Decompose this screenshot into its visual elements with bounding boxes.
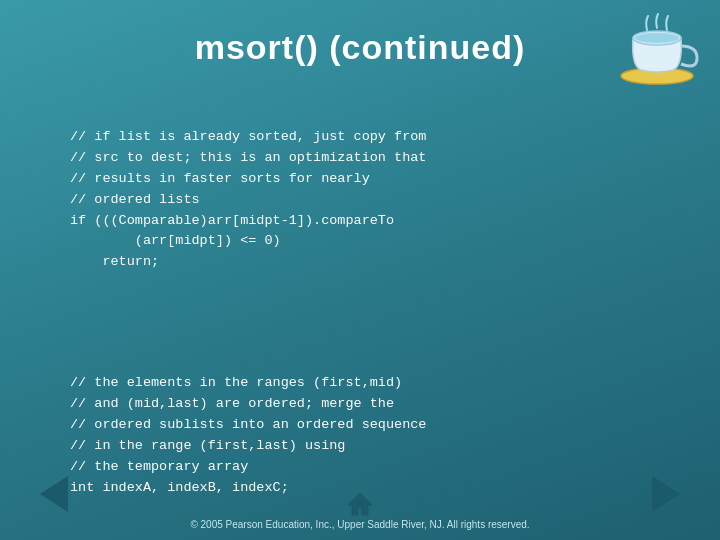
slide: msort() (continued) // if list is alread… [0,0,720,540]
nav-previous-arrow[interactable] [40,476,68,512]
nav-home-button[interactable] [346,489,374,522]
slide-title: msort() (continued) [40,28,680,67]
svg-point-2 [635,33,679,43]
code-section-1: // if list is already sorted, just copy … [70,85,426,331]
svg-marker-3 [348,493,372,515]
teacup-illustration [615,8,700,93]
code-lines-2: // the elements in the ranges (first,mid… [70,373,426,499]
code-lines-1: // if list is already sorted, just copy … [70,127,426,273]
nav-next-arrow[interactable] [652,476,680,512]
